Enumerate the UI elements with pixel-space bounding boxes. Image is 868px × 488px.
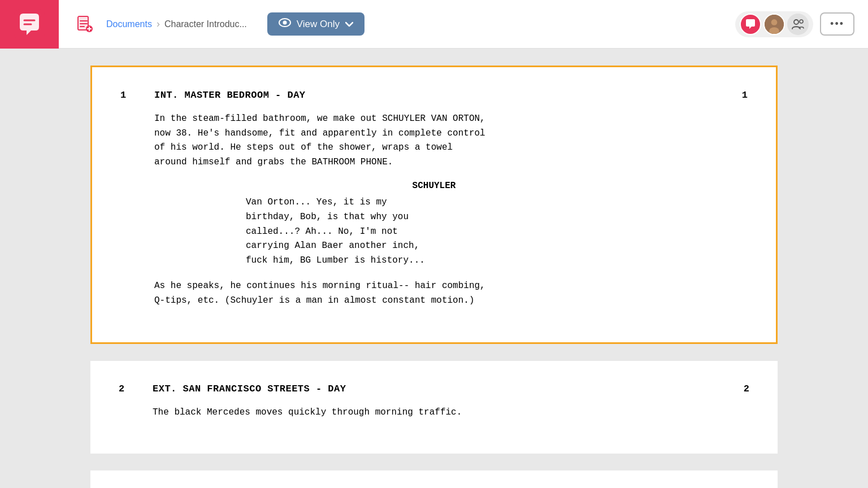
scene-2-action: The black Mercedes moves quickly through… <box>153 406 749 420</box>
scene-1-character: SCHUYLER <box>120 181 748 191</box>
breadcrumb-current: Character Introduc... <box>164 19 247 29</box>
avatar-chat <box>740 14 761 35</box>
scene-1-left: 1 INT. MASTER BEDROOM - DAY <box>120 90 306 101</box>
scene-1-action: In the steam-filled bathroom, we make ou… <box>154 112 748 169</box>
topbar-right: ••• <box>735 11 868 37</box>
eye-icon <box>279 18 291 30</box>
scene-1-heading-line: 1 INT. MASTER BEDROOM - DAY 1 <box>120 90 748 101</box>
avatar-user <box>763 14 785 35</box>
scene-1-action2: As he speaks, he continues his morning r… <box>154 279 748 308</box>
svg-point-10 <box>800 20 803 23</box>
breadcrumb-separator: › <box>157 18 160 30</box>
svg-point-8 <box>769 27 779 34</box>
document-icon-button[interactable] <box>72 12 97 37</box>
more-button[interactable]: ••• <box>820 12 854 36</box>
scene-2-heading-line: 2 EXT. SAN FRANCISCO STREETS - DAY 2 <box>119 384 749 394</box>
chevron-down-icon <box>345 19 353 30</box>
svg-point-9 <box>794 20 798 24</box>
scene-2-number-right: 2 <box>744 384 749 394</box>
scene-1-heading: INT. MASTER BEDROOM - DAY <box>154 90 306 101</box>
view-only-label: View Only <box>297 19 340 30</box>
svg-point-5 <box>283 21 287 25</box>
breadcrumb: Documents › Character Introduc... <box>106 18 247 30</box>
people-icon-button[interactable] <box>787 14 809 35</box>
topbar: Documents › Character Introduc... View O… <box>0 0 868 49</box>
app-logo <box>0 0 59 49</box>
scene-2-left: 2 EXT. SAN FRANCISCO STREETS - DAY <box>119 384 346 394</box>
scene-2: 2 EXT. SAN FRANCISCO STREETS - DAY 2 The… <box>90 361 778 454</box>
topbar-inner: Documents › Character Introduc... View O… <box>59 12 735 37</box>
scene-1-number-right: 1 <box>742 90 748 101</box>
scene-3: 3 INT. SCHUYLER'S CAR - DAY 3 SCHUYLER i… <box>90 470 778 488</box>
view-only-button[interactable]: View Only <box>267 12 364 36</box>
scene-1-dialogue: Van Orton... Yes, it is my birthday, Bob… <box>246 195 622 268</box>
svg-point-7 <box>771 19 778 25</box>
breadcrumb-home[interactable]: Documents <box>106 19 152 29</box>
scene-1: 1 INT. MASTER BEDROOM - DAY 1 In the ste… <box>90 66 778 344</box>
main-content: 1 INT. MASTER BEDROOM - DAY 1 In the ste… <box>0 49 868 488</box>
scene-2-number: 2 <box>119 384 136 394</box>
avatar-group <box>735 11 813 37</box>
scene-2-heading: EXT. SAN FRANCISCO STREETS - DAY <box>153 384 346 394</box>
scene-1-number: 1 <box>120 90 137 101</box>
